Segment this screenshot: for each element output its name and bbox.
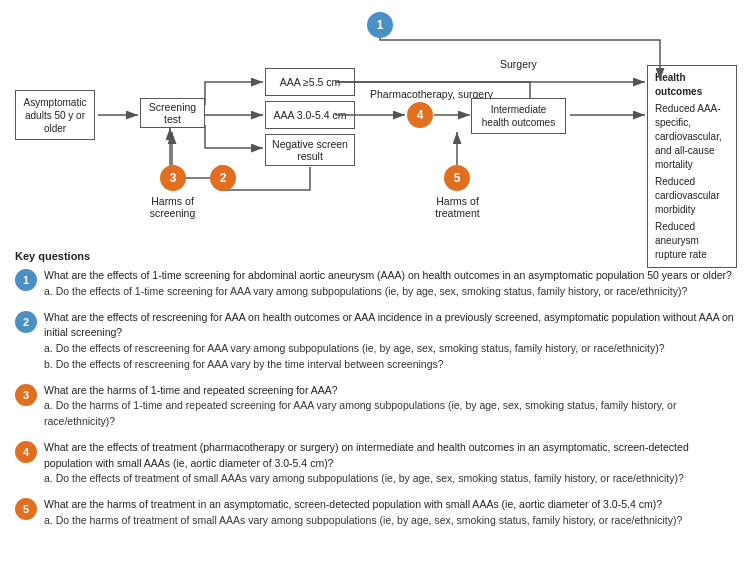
surgery-label: Surgery [500,58,537,70]
kq-badge-2: 2 [15,311,37,333]
outcome-item-3: Reduced aneurysm rupture rate [655,220,729,262]
aaa-large-box: AAA ≥5.5 cm [265,68,355,96]
circle-4: 4 [407,102,433,128]
kq-text-3: What are the harms of 1-time and repeate… [44,383,740,430]
outcome-item-1: Reduced AAA-specific, cardiovascular, an… [655,102,729,172]
circle-1: 1 [367,12,393,38]
key-questions-title: Key questions [15,250,740,262]
kq-item-4: 4 What are the effects of treatment (pha… [15,440,740,487]
aaa-small-box: AAA 3.0-5.4 cm [265,101,355,129]
harms-screening-label: Harms of screening [140,195,205,219]
diagram: 1 Asymptomatic adults 50 y or older Scre… [10,10,740,240]
kq-badge-4: 4 [15,441,37,463]
circle-3: 3 [160,165,186,191]
harms-treatment-label: Harms of treatment [425,195,490,219]
kq-text-5: What are the harms of treatment in an as… [44,497,682,529]
kq-badge-1: 1 [15,269,37,291]
kq-item-1: 1 What are the effects of 1-time screeni… [15,268,740,300]
circle-5: 5 [444,165,470,191]
arrows-svg [10,10,740,240]
intermediate-box: Intermediate health outcomes [471,98,566,134]
outcome-title: Health outcomes [655,71,729,99]
kq-item-3: 3 What are the harms of 1-time and repea… [15,383,740,430]
circle-2: 2 [210,165,236,191]
asymptomatic-box: Asymptomatic adults 50 y or older [15,90,95,140]
kq-item-5: 5 What are the harms of treatment in an … [15,497,740,529]
kq-text-1: What are the effects of 1-time screening… [44,268,732,300]
screening-test-box: Screening test [140,98,205,128]
outcome-item-2: Reduced cardiovascular morbidity [655,175,729,217]
kq-item-2: 2 What are the effects of rescreening fo… [15,310,740,373]
negative-screen-box: Negative screen result [265,134,355,166]
kq-text-2: What are the effects of rescreening for … [44,310,740,373]
kq-text-4: What are the effects of treatment (pharm… [44,440,740,487]
kq-badge-5: 5 [15,498,37,520]
outcome-box: Health outcomes Reduced AAA-specific, ca… [647,65,737,268]
kq-badge-3: 3 [15,384,37,406]
key-questions-section: Key questions 1 What are the effects of … [10,250,740,529]
